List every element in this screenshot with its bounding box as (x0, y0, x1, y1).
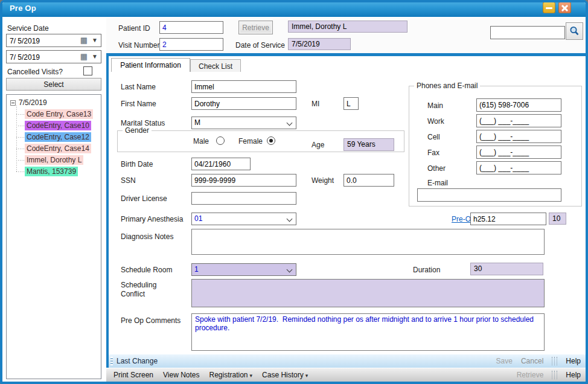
calendar-icon: ▦ (80, 36, 88, 45)
first-name-input[interactable] (191, 97, 296, 110)
phone-work-input[interactable] (476, 114, 561, 127)
save-button[interactable]: Save (496, 357, 513, 365)
header-divider (106, 53, 586, 56)
tab-check-list[interactable]: Check List (190, 59, 241, 72)
chevron-down-icon (287, 216, 293, 222)
tree-item[interactable]: CodeEntry, Case12 (16, 132, 101, 142)
driver-license-label: Driver License (121, 194, 167, 203)
retrieve-menu-item[interactable]: Retrieve (517, 371, 544, 379)
service-date-to-picker[interactable]: 7/ 5/2019 ▦ ▼ (6, 50, 101, 63)
primary-anesthesia-select[interactable]: 01 (191, 213, 296, 225)
female-label: Female (238, 137, 263, 146)
phone-main-label: Main (427, 101, 443, 110)
cancel-button[interactable]: Cancel (521, 357, 543, 365)
help-menu-item[interactable]: Help (566, 371, 581, 379)
patient-information-panel: Last Name First Name MI Marital Status M… (109, 72, 586, 342)
search-icon (569, 25, 580, 37)
phone-other-label: Other (427, 164, 446, 173)
icd-version-display: 10 (549, 213, 566, 225)
last-change-bar: Last Change Save Cancel Help (109, 354, 586, 368)
weight-input[interactable] (344, 174, 394, 187)
help-button[interactable]: Help (566, 357, 581, 365)
registration-menu-item[interactable]: Registration▾ (205, 371, 258, 379)
bottom-menu-bar: Print Screen View Notes Registration▾ Ca… (106, 368, 586, 382)
male-radio[interactable] (216, 136, 225, 145)
last-name-label: Last Name (121, 83, 156, 91)
visit-number-label: Visit Number (118, 41, 159, 50)
close-button[interactable] (558, 2, 571, 13)
schedule-room-select[interactable]: 1 (191, 263, 296, 276)
chevron-down-icon[interactable]: ▼ (92, 53, 98, 60)
cancelled-visits-label: Cancelled Visits? (7, 68, 63, 76)
calendar-icon: ▦ (80, 52, 88, 61)
drag-grip-icon[interactable] (110, 357, 113, 365)
ssn-input[interactable] (191, 174, 296, 187)
tab-patient-information[interactable]: Patient Information (111, 58, 190, 72)
phone-main-input[interactable] (476, 98, 561, 112)
date-of-service-label: Date of Service (235, 41, 285, 50)
scheduling-conflict-textarea (191, 279, 545, 307)
cancelled-visits-checkbox[interactable] (83, 66, 92, 75)
phone-cell-input[interactable] (476, 130, 561, 143)
tree-children: Code Entry, Case13 CodeEntry, Case10 Cod… (7, 109, 101, 178)
diagnosis-notes-textarea[interactable] (191, 229, 545, 255)
email-input[interactable] (417, 188, 561, 202)
ssn-label: SSN (121, 176, 136, 185)
case-history-menu-item[interactable]: Case History▾ (257, 371, 313, 379)
visit-tree: 7/5/2019 Code Entry, Case13 CodeEntry, C… (6, 94, 101, 379)
title-bar: Pre Op (0, 0, 588, 17)
phones-email-title: Phones and E-mail (414, 82, 480, 90)
gender-label: Gender (123, 126, 152, 135)
duration-label: Duration (413, 266, 440, 274)
retrieve-button[interactable]: Retrieve (238, 21, 273, 34)
service-date-from-value: 7/ 5/2019 (10, 37, 40, 45)
tree-item[interactable]: Immel, Dorothy L (16, 155, 101, 165)
patient-name-display: Immel, Dorothy L (288, 21, 407, 33)
sidebar: Service Date 7/ 5/2019 ▦ ▼ 7/ 5/2019 ▦ ▼… (2, 18, 106, 382)
tree-item[interactable]: CodeEntry, Case10 (16, 121, 101, 130)
search-button[interactable] (566, 22, 583, 40)
pre-op-comments-textarea[interactable]: Spoke with patient 7/2/19. Reminded noth… (191, 313, 545, 351)
chevron-down-icon: ▾ (250, 373, 253, 379)
chevron-down-icon (287, 267, 293, 273)
preop-icd-input[interactable] (470, 213, 546, 225)
phone-work-label: Work (427, 117, 444, 126)
view-notes-menu-item[interactable]: View Notes (158, 371, 204, 379)
service-date-from-picker[interactable]: 7/ 5/2019 ▦ ▼ (6, 34, 101, 47)
preop-window: Pre Op Service Date 7/ 5/2019 ▦ ▼ 7/ 5/2… (0, 0, 588, 384)
phone-fax-label: Fax (427, 149, 439, 157)
mi-input[interactable] (344, 97, 359, 110)
visit-number-input[interactable] (159, 38, 223, 51)
last-name-input[interactable] (191, 80, 296, 93)
select-button[interactable]: Select (6, 78, 101, 91)
phone-other-input[interactable] (476, 161, 561, 174)
driver-license-input[interactable] (191, 192, 296, 205)
print-screen-menu-item[interactable]: Print Screen (109, 371, 158, 379)
patient-id-input[interactable] (159, 21, 223, 34)
birth-date-input[interactable] (191, 158, 251, 170)
weight-label: Weight (312, 176, 334, 185)
male-label: Male (193, 137, 209, 146)
age-label: Age (312, 141, 324, 149)
female-radio[interactable] (267, 136, 275, 145)
phones-email-groupbox: Phones and E-mail Main Work Cell Fax Oth… (409, 86, 582, 206)
service-date-to-value: 7/ 5/2019 (10, 53, 40, 62)
pre-op-comments-label: Pre Op Comments (121, 316, 181, 325)
phone-fax-input[interactable] (476, 146, 561, 159)
phone-cell-label: Cell (427, 133, 440, 141)
separator (552, 357, 557, 365)
separator (552, 371, 557, 379)
chevron-down-icon: ▾ (305, 373, 308, 379)
tree-item[interactable]: Code Entry, Case13 (16, 109, 101, 119)
tree-item[interactable]: Mantis, 153739 (16, 167, 101, 176)
tree-item[interactable]: CodeEntry, Case14 (16, 144, 101, 153)
collapse-icon[interactable] (10, 100, 16, 106)
age-display: 59 Years (344, 138, 394, 151)
patient-id-label: Patient ID (118, 24, 150, 33)
marital-status-select[interactable]: M (191, 117, 296, 129)
search-input[interactable] (490, 26, 565, 39)
chevron-down-icon (287, 120, 293, 126)
chevron-down-icon[interactable]: ▼ (92, 37, 98, 43)
minimize-button[interactable] (543, 2, 555, 13)
header-panel: Patient ID Visit Number Retrieve Date of… (106, 18, 586, 53)
